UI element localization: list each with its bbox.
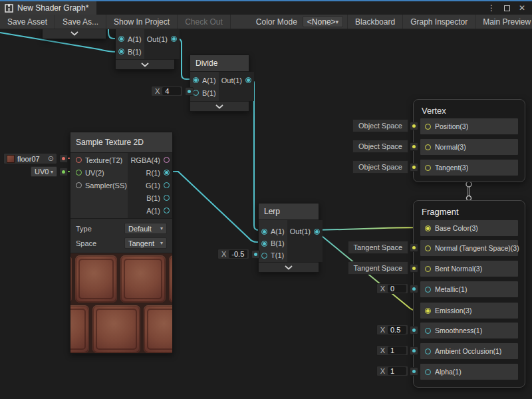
value-field[interactable]: X 0 [376,283,408,294]
normal-port[interactable] [425,144,431,150]
type-dropdown[interactable]: Default ▾ [124,223,167,234]
alpha-port[interactable] [425,369,431,375]
field-value[interactable]: 0 [388,285,406,293]
save-asset-button[interactable]: Save Asset [0,15,55,29]
wire-sample-r-to-lerp-b[interactable] [169,172,261,242]
save-as-button[interactable]: Save As... [55,15,106,29]
vertex-tangent-row[interactable]: Tangent(3) [420,160,518,176]
node-add[interactable]: A(1) B(1) Out(1) [115,29,175,70]
expand-preview-chevron[interactable] [190,101,249,111]
sample-input-sampler-port[interactable] [76,182,82,188]
sample-output-g-port[interactable] [164,182,170,188]
add-input-a-port[interactable] [118,36,124,42]
node-divide[interactable]: Divide A(1) B(1) Out(1) [190,55,249,112]
sample-output-rgba-port[interactable] [164,157,170,163]
fragment-emission-row[interactable]: Emission(3) [420,303,518,319]
sample-output-r-port[interactable] [164,170,170,176]
object-space-tag[interactable]: Object Space [352,160,418,174]
expand-preview-chevron[interactable] [116,59,174,69]
tab-new-shader-graph[interactable]: New Shader Graph* [0,1,96,15]
value-field[interactable]: X 1 [376,345,408,356]
field-value[interactable]: 0.5 [388,326,406,334]
fragment-smoothness-row[interactable]: Smoothness(1) [420,323,518,338]
sample-output-b-port[interactable] [164,195,170,201]
object-space-tag[interactable]: Object Space [352,140,418,153]
tag-label: Tangent Space [348,261,408,275]
vertex-position-row[interactable]: Position(3) [420,118,518,134]
window-menu-icon[interactable]: ⋮ [487,4,495,12]
ambient-occlusion-port[interactable] [425,348,431,354]
field-axis-label: X [380,326,385,334]
close-icon[interactable]: ✕ [519,4,525,12]
tag-label: Object Space [352,119,408,132]
divide-input-b-port[interactable] [193,90,199,96]
main-preview-toggle-button[interactable]: Main Preview [475,15,532,29]
stub-connector [410,122,418,130]
sample-output-a-port[interactable] [164,207,170,213]
row-label: Tangent(3) [435,164,468,172]
object-picker-icon[interactable]: ⊙ [48,154,54,163]
sample-input-texture-port[interactable] [76,157,82,163]
expand-preview-chevron[interactable] [43,29,106,39]
color-mode-value: <None> [307,17,336,27]
graph-inspector-toggle-button[interactable]: Graph Inspector [402,15,475,29]
uv-channel-dropdown[interactable]: UV0 ▾ [31,166,57,177]
normal-tangent-space-port[interactable] [425,245,431,251]
value-field[interactable]: X 1 [376,366,408,376]
port-row: UV(2) [73,166,128,179]
texture-thumbnail-icon [7,155,15,163]
show-in-project-button[interactable]: Show In Project [106,15,178,29]
vertex-normal-row[interactable]: Normal(3) [420,139,518,155]
node-lerp[interactable]: Lerp A(1) B(1) T(1) [258,203,319,273]
field-value[interactable]: 1 [388,346,406,354]
metallic-port[interactable] [425,287,431,293]
port-row: Out(1) [219,74,254,86]
node-sample-texture-2d[interactable]: Sample Texture 2D Texture(T2) UV(2) Samp… [70,132,173,354]
maximize-icon[interactable] [504,5,510,11]
fragment-bent-normal-row[interactable]: Bent Normal(3) [420,261,518,277]
fragment-ambient-occlusion-row[interactable]: Ambient Occlusion(1) [420,343,518,359]
graph-canvas[interactable]: A(1) B(1) Out(1) [0,29,532,399]
lerp-input-a-port[interactable] [261,229,267,235]
value-field[interactable]: X -0.5 [217,249,249,259]
node-title[interactable]: Lerp [259,203,319,219]
divide-output-port[interactable] [245,77,251,83]
smoothness-port[interactable] [425,328,431,334]
base-color-port[interactable] [425,225,431,231]
emission-port[interactable] [425,308,431,314]
uv-channel-default-field: UV0 ▾ [31,166,68,177]
field-value[interactable]: 1 [388,367,406,375]
object-space-tag[interactable]: Object Space [352,119,418,132]
fragment-base-color-row[interactable]: Base Color(3) [420,220,518,236]
wire-lerp-out-to-base-color[interactable] [315,227,426,230]
position-port[interactable] [425,124,431,130]
lerp-input-b-port[interactable] [261,241,267,247]
fragment-alpha-row[interactable]: Alpha(1) [420,364,518,380]
lerp-output-port[interactable] [314,229,320,235]
vertex-context-block[interactable]: Vertex Position(3) Normal(3) Tangent(3) [413,99,525,182]
value-field[interactable]: X 4 [151,86,183,96]
color-mode-dropdown[interactable]: <None> ▾ [303,16,343,27]
bent-normal-port[interactable] [425,266,431,272]
fragment-context-block[interactable]: Fragment Base Color(3) Normal (Tangent S… [413,200,525,388]
texture-object-field[interactable]: floor07 ⊙ [3,153,57,164]
sample-input-uv-port[interactable] [76,170,82,176]
value-field[interactable]: X 0.5 [376,325,408,335]
blackboard-toggle-button[interactable]: Blackboard [347,15,402,29]
add-input-b-port[interactable] [118,49,124,55]
tangent-space-tag[interactable]: Tangent Space [348,261,418,275]
add-output-port[interactable] [171,36,177,42]
field-value[interactable]: -0.5 [229,250,247,258]
node-partial-topleft[interactable] [42,29,106,39]
divide-input-a-port[interactable] [193,77,199,83]
node-title[interactable]: Sample Texture 2D [70,132,172,152]
space-dropdown[interactable]: Tangent ▾ [124,237,167,249]
tangent-space-tag[interactable]: Tangent Space [348,241,418,254]
fragment-metallic-row[interactable]: Metallic(1) [420,281,518,297]
tangent-port[interactable] [425,165,431,171]
fragment-normal-row[interactable]: Normal (Tangent Space)(3) [420,240,518,256]
field-value[interactable]: 4 [162,87,181,95]
node-title[interactable]: Divide [190,55,249,71]
lerp-input-t-port[interactable] [261,253,267,259]
expand-preview-chevron[interactable] [259,262,319,272]
